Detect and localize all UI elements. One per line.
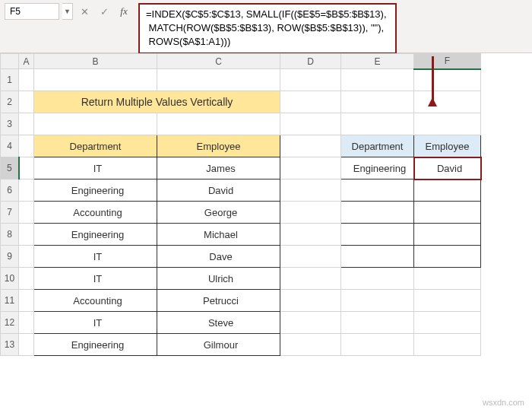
arrow-head-icon (428, 97, 437, 106)
confirm-icon[interactable]: ✓ (96, 3, 112, 20)
col-hdr-B[interactable]: B (34, 54, 157, 69)
table-cell[interactable]: George (157, 202, 280, 224)
table-cell[interactable]: Steve (157, 312, 280, 334)
row-hdr-7[interactable]: 7 (1, 202, 19, 224)
column-headers: A B C D E F (1, 54, 481, 69)
side-hdr-emp[interactable]: Employee (414, 135, 481, 157)
formula-line-1: =INDEX($C$5:$C$13, SMALL(IF(($E$5=$B$5:$… (146, 8, 389, 21)
fx-icon[interactable]: fx (116, 3, 132, 20)
table-cell[interactable]: Engineering (34, 224, 157, 246)
selected-cell[interactable]: David (414, 157, 481, 179)
grid: A B C D E F 1 2 Return Multiple Values V… (0, 53, 481, 356)
row-hdr-3[interactable]: 3 (1, 113, 19, 135)
table-cell[interactable]: Petrucci (157, 290, 280, 312)
worksheet[interactable]: A B C D E F 1 2 Return Multiple Values V… (0, 53, 532, 356)
col-hdr-F[interactable]: F (414, 54, 481, 69)
table-cell[interactable]: Michael (157, 224, 280, 246)
arrow-line (432, 56, 434, 102)
formula-line-2: MATCH(ROW($B$5:$B$13), ROW($B$5:$B$13)),… (146, 21, 389, 35)
name-box-dropdown[interactable]: ▼ (62, 3, 73, 20)
row-hdr-12[interactable]: 12 (1, 312, 19, 334)
table-cell[interactable] (341, 224, 414, 246)
row-hdr-2[interactable]: 2 (1, 91, 19, 113)
table-cell[interactable]: James (157, 157, 280, 179)
formula-bar: F5 ▼ ✕ ✓ fx =INDEX($C$5:$C$13, SMALL(IF(… (0, 0, 532, 53)
select-all[interactable] (1, 54, 19, 69)
side-hdr-dept[interactable]: Department (341, 135, 414, 157)
table-cell[interactable]: Accounting (34, 202, 157, 224)
title-cell[interactable]: Return Multiple Values Vertically (34, 91, 280, 113)
name-box[interactable]: F5 (5, 3, 59, 20)
table-cell[interactable]: David (157, 179, 280, 202)
watermark: wsxdn.com (483, 398, 524, 407)
row-hdr-1[interactable]: 1 (1, 69, 19, 91)
main-hdr-dept[interactable]: Department (34, 135, 157, 157)
col-hdr-C[interactable]: C (157, 54, 280, 69)
row-hdr-5[interactable]: 5 (1, 157, 19, 179)
table-cell[interactable] (414, 224, 481, 246)
table-cell[interactable]: IT (34, 268, 157, 290)
table-cell[interactable]: Accounting (34, 290, 157, 312)
table-cell[interactable] (341, 179, 414, 202)
table-cell[interactable]: Engineering (34, 179, 157, 202)
col-hdr-A[interactable]: A (19, 54, 34, 69)
formula-line-3: ROWS($A$1:A1))) (146, 35, 389, 49)
col-hdr-D[interactable]: D (280, 54, 341, 69)
table-cell[interactable]: IT (34, 246, 157, 268)
table-cell[interactable] (414, 246, 481, 268)
row-hdr-8[interactable]: 8 (1, 224, 19, 246)
table-cell[interactable]: Gilmour (157, 334, 280, 356)
row-hdr-9[interactable]: 9 (1, 246, 19, 268)
table-cell[interactable] (341, 202, 414, 224)
row-hdr-11[interactable]: 11 (1, 290, 19, 312)
cancel-icon[interactable]: ✕ (76, 3, 93, 20)
table-cell[interactable]: Engineering (34, 334, 157, 356)
table-cell[interactable]: IT (34, 312, 157, 334)
table-cell[interactable]: Engineering (341, 157, 414, 179)
row-hdr-6[interactable]: 6 (1, 179, 19, 202)
table-cell[interactable]: IT (34, 157, 157, 179)
row-hdr-13[interactable]: 13 (1, 334, 19, 356)
row-hdr-4[interactable]: 4 (1, 135, 19, 157)
table-cell[interactable] (414, 202, 481, 224)
table-cell[interactable] (414, 179, 481, 202)
col-hdr-E[interactable]: E (341, 54, 414, 69)
formula-input[interactable]: =INDEX($C$5:$C$13, SMALL(IF(($E$5=$B$5:$… (138, 3, 397, 54)
row-hdr-10[interactable]: 10 (1, 268, 19, 290)
table-cell[interactable]: Ulrich (157, 268, 280, 290)
table-cell[interactable] (341, 246, 414, 268)
main-hdr-emp[interactable]: Employee (157, 135, 280, 157)
table-cell[interactable]: Dave (157, 246, 280, 268)
